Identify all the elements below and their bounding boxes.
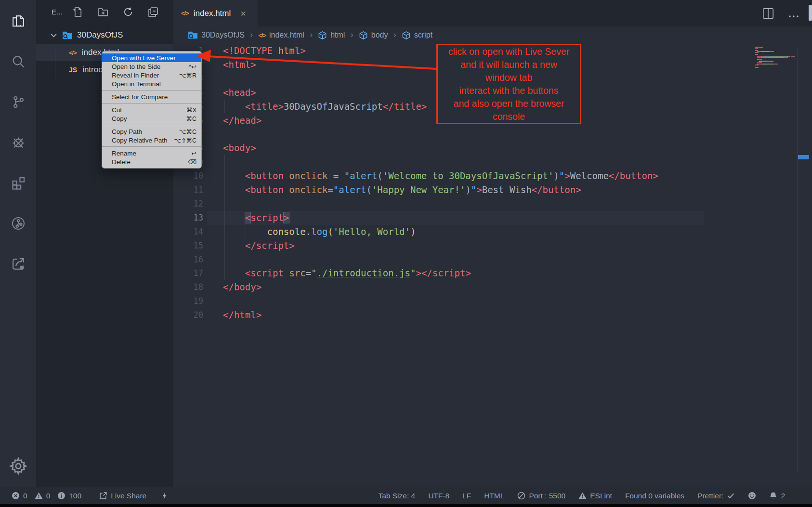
token: > — [564, 170, 570, 181]
status-found-variables[interactable]: Found 0 variables — [625, 492, 684, 500]
token: </button> — [609, 170, 658, 181]
status-problems-errors[interactable]: 0 — [12, 492, 27, 500]
line-number: 18 — [173, 280, 203, 294]
breadcrumb-item-30daysofjs[interactable]: 30DaysOfJS — [188, 31, 245, 39]
search-icon[interactable] — [7, 50, 30, 73]
menu-item-label: Copy Relative Path — [112, 137, 168, 144]
folder-row-30daysofjs[interactable]: 30DaysOfJS — [36, 26, 173, 44]
token: </html> — [223, 310, 262, 320]
info-circle-icon — [57, 492, 65, 500]
split-editor-icon[interactable] — [762, 8, 774, 19]
breadcrumb-item-script[interactable]: script — [402, 31, 432, 40]
status-notifications[interactable]: 2 — [769, 492, 785, 500]
menu-separator — [102, 146, 201, 147]
status-live-share[interactable]: Live Share — [99, 492, 146, 500]
menu-item-open-with-live-server[interactable]: Open with Live Server — [102, 53, 201, 62]
status-feedback[interactable] — [748, 492, 756, 500]
gitlens-circle-icon[interactable] — [7, 212, 30, 235]
token: " — [559, 170, 564, 181]
annotation-line: click on open with Live Sever — [438, 45, 580, 58]
breadcrumb-item-body[interactable]: body — [359, 31, 388, 40]
token: Welcome — [570, 170, 609, 181]
code-text: </head> — [223, 114, 262, 128]
status-label: ESLint — [590, 492, 612, 500]
menu-item-label: Rename — [112, 150, 136, 157]
minimap[interactable] — [755, 47, 796, 70]
menu-item-open-in-terminal[interactable]: Open in Terminal — [102, 79, 201, 88]
minimap-line — [755, 67, 796, 68]
annotation-line: and it will launch a new — [438, 58, 580, 71]
status-language-mode[interactable]: HTML — [484, 492, 504, 500]
menu-item-open-to-the-side[interactable]: Open to the Side^↩ — [102, 62, 201, 71]
explorer-title: E... — [52, 8, 63, 16]
menu-item-copy-path[interactable]: Copy Path⌥⌘C — [102, 127, 201, 136]
share-arrow-icon[interactable] — [7, 252, 30, 275]
smiley-icon — [748, 492, 756, 500]
explorer-icon[interactable] — [7, 10, 30, 33]
menu-item-reveal-in-finder[interactable]: Reveal in Finder⌥⌘R — [102, 71, 201, 79]
new-file-icon[interactable] — [73, 7, 84, 18]
menu-item-label: Open in Terminal — [112, 80, 161, 88]
annotation-text: click on open with Live Severand it will… — [438, 45, 580, 123]
html-file-icon: </> — [69, 49, 77, 56]
status-encoding[interactable]: UTF-8 — [428, 492, 449, 500]
source-control-icon[interactable] — [7, 91, 30, 114]
menu-item-cut[interactable]: Cut⌘X — [102, 105, 201, 114]
annotation-box: click on open with Live Severand it will… — [436, 44, 581, 124]
line-number: 10 — [173, 169, 203, 183]
token: ></script> — [416, 268, 471, 278]
scrollbar-thumb[interactable] — [809, 5, 812, 21]
settings-gear-icon[interactable] — [0, 455, 36, 478]
status-eol[interactable]: LF — [462, 492, 471, 500]
run-debug-icon[interactable] — [7, 131, 30, 154]
menu-item-select-for-compare[interactable]: Select for Compare — [102, 92, 201, 101]
status-prettier[interactable]: Prettier: — [697, 492, 735, 500]
line-number: 19 — [173, 294, 203, 308]
extensions-icon[interactable] — [7, 171, 30, 195]
status-live-server-port[interactable]: Port : 5500 — [517, 492, 565, 500]
menu-item-rename[interactable]: Rename↩ — [102, 149, 201, 157]
menu-separator — [102, 90, 201, 91]
breadcrumb-item-html[interactable]: html — [318, 31, 345, 40]
status-label: 0 — [23, 492, 27, 500]
refresh-explorer-icon[interactable] — [123, 7, 134, 18]
status-tab-size[interactable]: Tab Size: 4 — [378, 492, 415, 500]
status-problems-warnings[interactable]: 0 — [35, 492, 51, 500]
line-number: 14 — [173, 225, 203, 239]
overview-ruler-marker — [798, 155, 809, 159]
token: ) — [553, 170, 559, 181]
code-text: console.log('Hello, World') — [223, 225, 416, 239]
code-text: <head> — [223, 86, 256, 100]
status-label: UTF-8 — [428, 492, 449, 500]
status-label: 100 — [69, 492, 81, 500]
breadcrumb-label: script — [414, 31, 432, 39]
token — [223, 101, 245, 112]
token: <body> — [223, 143, 256, 153]
menu-item-shortcut: ^↩ — [189, 63, 196, 70]
status-lightning[interactable] — [160, 492, 169, 500]
token: "alert — [333, 184, 367, 195]
status-problems-info[interactable]: 100 — [57, 492, 81, 500]
collapse-folders-icon[interactable] — [148, 7, 159, 18]
breadcrumb-item-index-html[interactable]: </>index.html — [258, 31, 304, 39]
new-folder-icon[interactable] — [98, 7, 109, 18]
token: 'Welcome to 30DaysOfJavaScript' — [383, 170, 554, 181]
line-number: 16 — [173, 253, 203, 267]
window-bottom-strip — [0, 504, 812, 507]
token: log — [311, 226, 327, 237]
status-label: Port : 5500 — [529, 492, 565, 500]
folder-icon — [188, 31, 198, 39]
tab-index-html[interactable]: </> index.html × — [173, 0, 258, 26]
menu-item-copy-relative-path[interactable]: Copy Relative Path⌥⇧⌘C — [102, 136, 201, 144]
symbol-cube-icon — [402, 31, 411, 40]
close-icon[interactable]: × — [240, 9, 246, 18]
menu-item-copy[interactable]: Copy⌘C — [102, 114, 201, 123]
more-actions-icon[interactable] — [788, 12, 799, 15]
menu-item-delete[interactable]: Delete⌫ — [102, 157, 201, 166]
menu-item-label: Cut — [112, 106, 122, 114]
status-eslint[interactable]: ESLint — [578, 492, 612, 500]
token: onclick — [284, 170, 328, 181]
breadcrumb-separator: › — [310, 29, 313, 40]
token: src — [284, 268, 306, 278]
menu-item-shortcut: ⌫ — [188, 158, 196, 166]
